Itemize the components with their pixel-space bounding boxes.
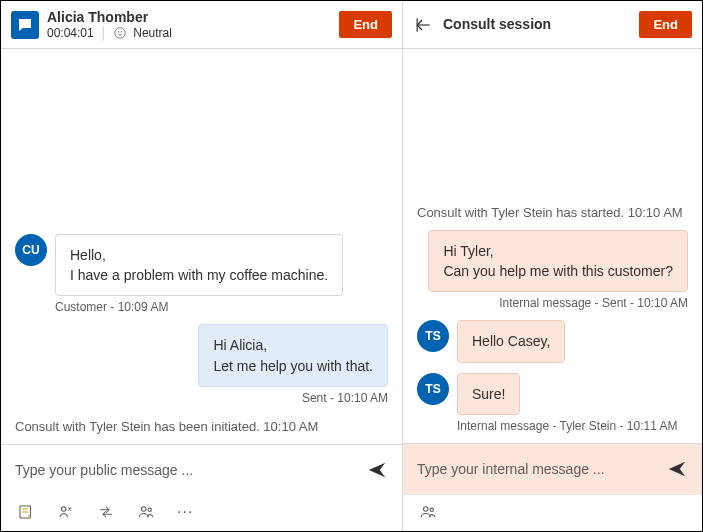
svg-point-8 [424, 507, 429, 512]
public-message-input[interactable] [15, 462, 356, 478]
public-composer [1, 444, 402, 495]
system-message: Consult with Tyler Stein has been initia… [15, 419, 388, 434]
people-icon[interactable] [137, 503, 155, 521]
message-meta: Customer - 10:09 AM [55, 300, 388, 314]
message-meta: Internal message - Tyler Stein - 10:11 A… [457, 419, 688, 433]
message-text: I have a problem with my coffee machine. [70, 265, 328, 285]
consult-header: Consult session End [403, 1, 702, 49]
customer-message-bubble: Hello, I have a problem with my coffee m… [55, 234, 343, 297]
message-row: Hi Alicia, Let me help you with that. [15, 324, 388, 387]
message-text: Let me help you with that. [213, 356, 373, 376]
transfer-icon[interactable] [97, 503, 115, 521]
system-message: Consult with Tyler Stein has started. 10… [417, 205, 688, 220]
internal-composer [403, 443, 702, 494]
back-icon[interactable] [413, 15, 433, 35]
message-row: Hi Tyler, Can you help me with this cust… [417, 230, 688, 293]
notes-icon[interactable] [17, 503, 35, 521]
end-consult-button[interactable]: End [639, 11, 692, 38]
internal-message-bubble: Hi Tyler, Can you help me with this cust… [428, 230, 688, 293]
message-text: Hi Tyler, [443, 241, 673, 261]
avatar: TS [417, 320, 449, 352]
more-icon[interactable]: ··· [177, 504, 193, 520]
avatar: TS [417, 373, 449, 405]
message-row: CU Hello, I have a problem with my coffe… [15, 234, 388, 297]
svg-point-7 [148, 508, 151, 511]
customer-chat-header: Alicia Thomber 00:04:01 │ Neutral End [1, 1, 402, 49]
avatar: CU [15, 234, 47, 266]
consultant-message-bubble: Hello Casey, [457, 320, 565, 362]
header-meta: Alicia Thomber 00:04:01 │ Neutral [47, 9, 339, 39]
svg-point-0 [115, 27, 126, 38]
customer-chat-pane: Alicia Thomber 00:04:01 │ Neutral End CU… [1, 1, 403, 531]
message-text: Hi Alicia, [213, 335, 373, 355]
customer-name: Alicia Thomber [47, 9, 339, 25]
message-row: TS Sure! [417, 373, 688, 415]
end-session-button[interactable]: End [339, 11, 392, 38]
separator: │ [100, 26, 108, 40]
customer-conversation: CU Hello, I have a problem with my coffe… [1, 49, 402, 444]
message-meta: Internal message - Sent - 10:10 AM [417, 296, 688, 310]
svg-point-6 [142, 507, 147, 512]
send-icon[interactable] [666, 458, 688, 480]
svg-point-1 [118, 31, 119, 32]
internal-message-input[interactable] [417, 461, 656, 477]
chat-icon [11, 11, 39, 39]
svg-point-5 [62, 507, 67, 512]
header-subline: 00:04:01 │ Neutral [47, 26, 339, 40]
people-icon[interactable] [419, 503, 437, 521]
chat-toolbar: ··· [1, 495, 402, 531]
consult-title: Consult session [443, 16, 639, 32]
svg-point-9 [430, 508, 433, 511]
consult-toolbar [403, 494, 702, 531]
link-person-icon[interactable] [57, 503, 75, 521]
sentiment-label: Neutral [133, 26, 172, 40]
send-icon[interactable] [366, 459, 388, 481]
message-text: Hello Casey, [472, 333, 550, 349]
consult-pane: Consult session End Consult with Tyler S… [403, 1, 702, 531]
agent-message-bubble: Hi Alicia, Let me help you with that. [198, 324, 388, 387]
consultant-message-bubble: Sure! [457, 373, 520, 415]
neutral-face-icon [113, 26, 127, 40]
message-text: Can you help me with this customer? [443, 261, 673, 281]
message-text: Hello, [70, 245, 328, 265]
session-timer: 00:04:01 [47, 26, 94, 40]
message-row: TS Hello Casey, [417, 320, 688, 362]
message-text: Sure! [472, 386, 505, 402]
message-meta: Sent - 10:10 AM [15, 391, 388, 405]
consult-conversation: Consult with Tyler Stein has started. 10… [403, 49, 702, 443]
svg-point-2 [122, 31, 123, 32]
